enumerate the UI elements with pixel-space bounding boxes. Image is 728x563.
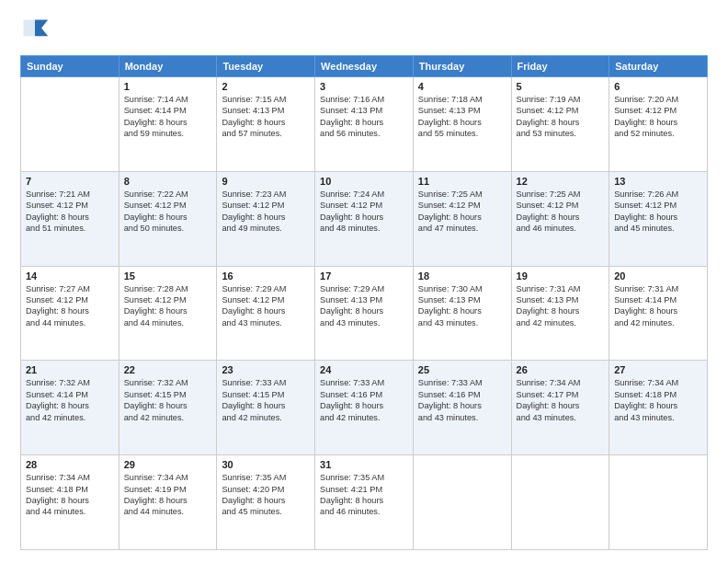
day-info: Sunrise: 7:14 AM Sunset: 4:14 PM Dayligh… <box>124 94 212 140</box>
calendar-cell: 3Sunrise: 7:16 AM Sunset: 4:13 PM Daylig… <box>315 77 414 172</box>
calendar-cell <box>413 455 511 550</box>
day-info: Sunrise: 7:23 AM Sunset: 4:12 PM Dayligh… <box>222 189 310 235</box>
calendar-week-row: 28Sunrise: 7:34 AM Sunset: 4:18 PM Dayli… <box>21 455 708 550</box>
day-info: Sunrise: 7:29 AM Sunset: 4:13 PM Dayligh… <box>320 283 408 329</box>
calendar-cell: 27Sunrise: 7:34 AM Sunset: 4:18 PM Dayli… <box>609 361 708 455</box>
calendar-cell: 23Sunrise: 7:33 AM Sunset: 4:15 PM Dayli… <box>217 361 315 455</box>
day-info: Sunrise: 7:31 AM Sunset: 4:14 PM Dayligh… <box>614 283 702 329</box>
day-info: Sunrise: 7:34 AM Sunset: 4:18 PM Dayligh… <box>614 377 702 423</box>
day-info: Sunrise: 7:34 AM Sunset: 4:19 PM Dayligh… <box>124 472 212 518</box>
day-info: Sunrise: 7:16 AM Sunset: 4:13 PM Dayligh… <box>320 94 408 140</box>
calendar-cell: 11Sunrise: 7:25 AM Sunset: 4:12 PM Dayli… <box>413 171 511 266</box>
calendar-cell: 8Sunrise: 7:22 AM Sunset: 4:12 PM Daylig… <box>119 171 217 266</box>
calendar-week-row: 14Sunrise: 7:27 AM Sunset: 4:12 PM Dayli… <box>21 266 708 361</box>
day-number: 12 <box>517 176 605 187</box>
calendar-cell: 22Sunrise: 7:32 AM Sunset: 4:15 PM Dayli… <box>119 361 217 455</box>
weekday-header: Sunday <box>21 56 119 77</box>
calendar-cell: 13Sunrise: 7:26 AM Sunset: 4:12 PM Dayli… <box>609 171 708 266</box>
day-number: 21 <box>26 364 114 375</box>
day-info: Sunrise: 7:20 AM Sunset: 4:12 PM Dayligh… <box>614 94 702 140</box>
day-info: Sunrise: 7:35 AM Sunset: 4:21 PM Dayligh… <box>320 472 408 518</box>
calendar-cell: 29Sunrise: 7:34 AM Sunset: 4:19 PM Dayli… <box>119 455 217 550</box>
day-number: 29 <box>124 459 212 470</box>
day-info: Sunrise: 7:27 AM Sunset: 4:12 PM Dayligh… <box>26 283 114 329</box>
day-number: 3 <box>320 81 408 92</box>
day-number: 22 <box>124 364 212 375</box>
logo <box>20 17 55 46</box>
day-info: Sunrise: 7:28 AM Sunset: 4:12 PM Dayligh… <box>124 283 212 329</box>
day-number: 18 <box>418 270 506 282</box>
day-info: Sunrise: 7:30 AM Sunset: 4:13 PM Dayligh… <box>418 283 506 329</box>
day-info: Sunrise: 7:31 AM Sunset: 4:13 PM Dayligh… <box>517 283 605 329</box>
day-number: 10 <box>320 176 408 187</box>
day-number: 4 <box>418 81 506 92</box>
day-info: Sunrise: 7:29 AM Sunset: 4:12 PM Dayligh… <box>222 283 310 329</box>
calendar-cell: 1Sunrise: 7:14 AM Sunset: 4:14 PM Daylig… <box>119 77 217 172</box>
day-info: Sunrise: 7:15 AM Sunset: 4:13 PM Dayligh… <box>222 94 310 140</box>
calendar-cell: 12Sunrise: 7:25 AM Sunset: 4:12 PM Dayli… <box>511 171 609 266</box>
calendar-cell: 17Sunrise: 7:29 AM Sunset: 4:13 PM Dayli… <box>315 266 414 361</box>
day-number: 7 <box>26 176 114 187</box>
day-number: 27 <box>614 364 702 375</box>
day-info: Sunrise: 7:35 AM Sunset: 4:20 PM Dayligh… <box>222 472 310 518</box>
weekday-header: Thursday <box>413 56 511 77</box>
logo-icon <box>20 17 50 46</box>
calendar-cell <box>511 455 609 550</box>
calendar-body: 1Sunrise: 7:14 AM Sunset: 4:14 PM Daylig… <box>21 77 708 550</box>
calendar-cell: 16Sunrise: 7:29 AM Sunset: 4:12 PM Dayli… <box>217 266 315 361</box>
calendar-cell: 18Sunrise: 7:30 AM Sunset: 4:13 PM Dayli… <box>413 266 511 361</box>
day-info: Sunrise: 7:34 AM Sunset: 4:17 PM Dayligh… <box>517 377 605 423</box>
calendar-cell: 24Sunrise: 7:33 AM Sunset: 4:16 PM Dayli… <box>315 361 414 455</box>
day-info: Sunrise: 7:32 AM Sunset: 4:14 PM Dayligh… <box>26 377 114 423</box>
day-number: 20 <box>614 270 702 282</box>
calendar-week-row: 21Sunrise: 7:32 AM Sunset: 4:14 PM Dayli… <box>21 361 708 455</box>
header <box>20 17 708 46</box>
weekday-header: Tuesday <box>217 56 315 77</box>
calendar-cell: 30Sunrise: 7:35 AM Sunset: 4:20 PM Dayli… <box>217 455 315 550</box>
day-info: Sunrise: 7:25 AM Sunset: 4:12 PM Dayligh… <box>517 189 605 235</box>
day-info: Sunrise: 7:26 AM Sunset: 4:12 PM Dayligh… <box>614 189 702 235</box>
calendar-cell: 15Sunrise: 7:28 AM Sunset: 4:12 PM Dayli… <box>119 266 217 361</box>
calendar-header: SundayMondayTuesdayWednesdayThursdayFrid… <box>21 56 708 77</box>
day-number: 26 <box>517 364 605 375</box>
day-number: 30 <box>222 459 310 470</box>
svg-rect-1 <box>24 20 35 37</box>
calendar-cell: 4Sunrise: 7:18 AM Sunset: 4:13 PM Daylig… <box>413 77 511 172</box>
day-number: 13 <box>614 176 702 187</box>
header-row: SundayMondayTuesdayWednesdayThursdayFrid… <box>21 56 708 77</box>
day-number: 28 <box>26 459 114 470</box>
page: SundayMondayTuesdayWednesdayThursdayFrid… <box>0 0 728 563</box>
day-info: Sunrise: 7:19 AM Sunset: 4:12 PM Dayligh… <box>517 94 605 140</box>
calendar-cell: 25Sunrise: 7:33 AM Sunset: 4:16 PM Dayli… <box>413 361 511 455</box>
day-number: 8 <box>124 176 212 187</box>
day-info: Sunrise: 7:33 AM Sunset: 4:16 PM Dayligh… <box>418 377 506 423</box>
weekday-header: Wednesday <box>315 56 414 77</box>
calendar-cell: 28Sunrise: 7:34 AM Sunset: 4:18 PM Dayli… <box>21 455 119 550</box>
svg-marker-0 <box>35 20 48 37</box>
day-number: 5 <box>517 81 605 92</box>
day-number: 31 <box>320 459 408 470</box>
day-info: Sunrise: 7:25 AM Sunset: 4:12 PM Dayligh… <box>418 189 506 235</box>
day-info: Sunrise: 7:33 AM Sunset: 4:16 PM Dayligh… <box>320 377 408 423</box>
day-info: Sunrise: 7:34 AM Sunset: 4:18 PM Dayligh… <box>26 472 114 518</box>
day-number: 9 <box>222 176 310 187</box>
calendar-cell: 6Sunrise: 7:20 AM Sunset: 4:12 PM Daylig… <box>609 77 708 172</box>
calendar-table: SundayMondayTuesdayWednesdayThursdayFrid… <box>20 55 708 550</box>
calendar-cell: 26Sunrise: 7:34 AM Sunset: 4:17 PM Dayli… <box>511 361 609 455</box>
day-info: Sunrise: 7:18 AM Sunset: 4:13 PM Dayligh… <box>418 94 506 140</box>
day-number: 15 <box>124 270 212 282</box>
day-number: 14 <box>26 270 114 282</box>
calendar-cell: 2Sunrise: 7:15 AM Sunset: 4:13 PM Daylig… <box>217 77 315 172</box>
day-info: Sunrise: 7:32 AM Sunset: 4:15 PM Dayligh… <box>124 377 212 423</box>
day-number: 24 <box>320 364 408 375</box>
calendar-cell: 21Sunrise: 7:32 AM Sunset: 4:14 PM Dayli… <box>21 361 119 455</box>
calendar-cell: 9Sunrise: 7:23 AM Sunset: 4:12 PM Daylig… <box>217 171 315 266</box>
day-number: 1 <box>124 81 212 92</box>
day-number: 2 <box>222 81 310 92</box>
day-number: 23 <box>222 364 310 375</box>
day-number: 25 <box>418 364 506 375</box>
day-number: 17 <box>320 270 408 282</box>
day-number: 16 <box>222 270 310 282</box>
calendar-cell: 19Sunrise: 7:31 AM Sunset: 4:13 PM Dayli… <box>511 266 609 361</box>
calendar-cell: 10Sunrise: 7:24 AM Sunset: 4:12 PM Dayli… <box>315 171 414 266</box>
